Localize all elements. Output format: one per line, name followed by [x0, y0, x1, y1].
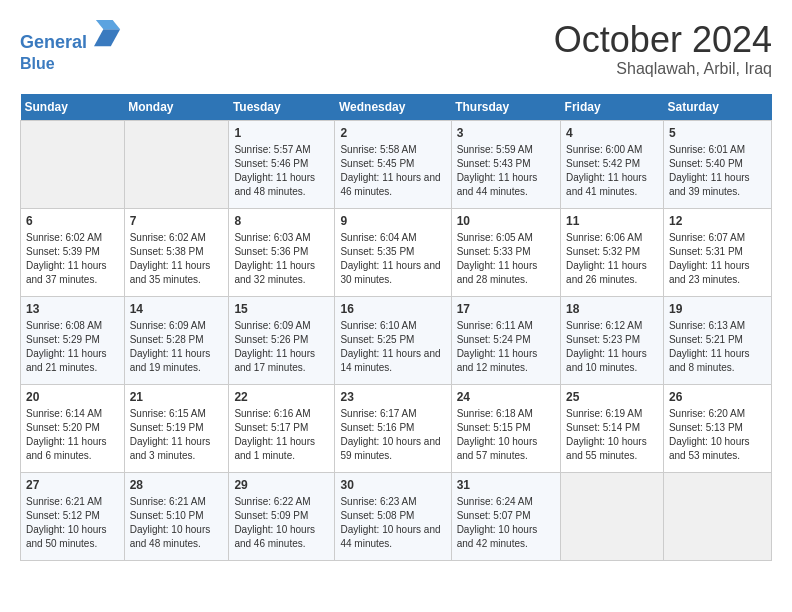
day-info: Sunrise: 6:17 AM Sunset: 5:16 PM Dayligh… [340, 407, 445, 463]
page-header: General Blue October 2024 Shaqlawah, Arb… [20, 20, 772, 78]
day-number: 1 [234, 125, 329, 142]
day-number: 22 [234, 389, 329, 406]
day-info: Sunrise: 6:23 AM Sunset: 5:08 PM Dayligh… [340, 495, 445, 551]
day-info: Sunrise: 5:57 AM Sunset: 5:46 PM Dayligh… [234, 143, 329, 199]
day-info: Sunrise: 6:24 AM Sunset: 5:07 PM Dayligh… [457, 495, 555, 551]
logo: General Blue [20, 20, 122, 73]
weekday-header: Saturday [663, 94, 771, 121]
day-info: Sunrise: 6:06 AM Sunset: 5:32 PM Dayligh… [566, 231, 658, 287]
logo-text-blue: Blue [20, 54, 122, 73]
day-info: Sunrise: 5:59 AM Sunset: 5:43 PM Dayligh… [457, 143, 555, 199]
day-info: Sunrise: 6:20 AM Sunset: 5:13 PM Dayligh… [669, 407, 766, 463]
location: Shaqlawah, Arbil, Iraq [554, 60, 772, 78]
calendar-cell: 27Sunrise: 6:21 AM Sunset: 5:12 PM Dayli… [21, 472, 125, 560]
day-info: Sunrise: 6:22 AM Sunset: 5:09 PM Dayligh… [234, 495, 329, 551]
calendar-cell [124, 120, 229, 208]
day-number: 23 [340, 389, 445, 406]
day-number: 11 [566, 213, 658, 230]
weekday-header: Thursday [451, 94, 560, 121]
calendar-cell [561, 472, 664, 560]
day-info: Sunrise: 6:15 AM Sunset: 5:19 PM Dayligh… [130, 407, 224, 463]
day-info: Sunrise: 6:08 AM Sunset: 5:29 PM Dayligh… [26, 319, 119, 375]
calendar-cell [21, 120, 125, 208]
day-number: 15 [234, 301, 329, 318]
weekday-header-row: SundayMondayTuesdayWednesdayThursdayFrid… [21, 94, 772, 121]
day-number: 21 [130, 389, 224, 406]
calendar-cell: 28Sunrise: 6:21 AM Sunset: 5:10 PM Dayli… [124, 472, 229, 560]
calendar-cell: 12Sunrise: 6:07 AM Sunset: 5:31 PM Dayli… [663, 208, 771, 296]
calendar-week-row: 27Sunrise: 6:21 AM Sunset: 5:12 PM Dayli… [21, 472, 772, 560]
day-number: 14 [130, 301, 224, 318]
day-number: 3 [457, 125, 555, 142]
calendar-cell: 11Sunrise: 6:06 AM Sunset: 5:32 PM Dayli… [561, 208, 664, 296]
title-block: October 2024 Shaqlawah, Arbil, Iraq [554, 20, 772, 78]
day-number: 27 [26, 477, 119, 494]
calendar-week-row: 6Sunrise: 6:02 AM Sunset: 5:39 PM Daylig… [21, 208, 772, 296]
day-number: 2 [340, 125, 445, 142]
day-number: 13 [26, 301, 119, 318]
logo-icon [94, 20, 122, 48]
svg-marker-0 [94, 29, 120, 46]
day-number: 18 [566, 301, 658, 318]
day-number: 30 [340, 477, 445, 494]
day-info: Sunrise: 6:14 AM Sunset: 5:20 PM Dayligh… [26, 407, 119, 463]
day-info: Sunrise: 6:05 AM Sunset: 5:33 PM Dayligh… [457, 231, 555, 287]
calendar-cell: 23Sunrise: 6:17 AM Sunset: 5:16 PM Dayli… [335, 384, 451, 472]
calendar-table: SundayMondayTuesdayWednesdayThursdayFrid… [20, 94, 772, 561]
day-number: 8 [234, 213, 329, 230]
day-info: Sunrise: 6:21 AM Sunset: 5:10 PM Dayligh… [130, 495, 224, 551]
calendar-cell: 8Sunrise: 6:03 AM Sunset: 5:36 PM Daylig… [229, 208, 335, 296]
day-number: 16 [340, 301, 445, 318]
day-info: Sunrise: 5:58 AM Sunset: 5:45 PM Dayligh… [340, 143, 445, 199]
calendar-cell: 29Sunrise: 6:22 AM Sunset: 5:09 PM Dayli… [229, 472, 335, 560]
weekday-header: Sunday [21, 94, 125, 121]
calendar-week-row: 13Sunrise: 6:08 AM Sunset: 5:29 PM Dayli… [21, 296, 772, 384]
calendar-cell: 17Sunrise: 6:11 AM Sunset: 5:24 PM Dayli… [451, 296, 560, 384]
weekday-header: Friday [561, 94, 664, 121]
day-info: Sunrise: 6:11 AM Sunset: 5:24 PM Dayligh… [457, 319, 555, 375]
day-number: 6 [26, 213, 119, 230]
calendar-cell: 21Sunrise: 6:15 AM Sunset: 5:19 PM Dayli… [124, 384, 229, 472]
calendar-cell: 22Sunrise: 6:16 AM Sunset: 5:17 PM Dayli… [229, 384, 335, 472]
month-title: October 2024 [554, 20, 772, 60]
day-info: Sunrise: 6:12 AM Sunset: 5:23 PM Dayligh… [566, 319, 658, 375]
day-number: 12 [669, 213, 766, 230]
day-info: Sunrise: 6:19 AM Sunset: 5:14 PM Dayligh… [566, 407, 658, 463]
calendar-cell: 16Sunrise: 6:10 AM Sunset: 5:25 PM Dayli… [335, 296, 451, 384]
day-info: Sunrise: 6:02 AM Sunset: 5:38 PM Dayligh… [130, 231, 224, 287]
weekday-header: Monday [124, 94, 229, 121]
day-number: 9 [340, 213, 445, 230]
calendar-cell: 6Sunrise: 6:02 AM Sunset: 5:39 PM Daylig… [21, 208, 125, 296]
day-info: Sunrise: 6:09 AM Sunset: 5:28 PM Dayligh… [130, 319, 224, 375]
calendar-cell: 13Sunrise: 6:08 AM Sunset: 5:29 PM Dayli… [21, 296, 125, 384]
calendar-cell [663, 472, 771, 560]
day-number: 7 [130, 213, 224, 230]
day-number: 25 [566, 389, 658, 406]
calendar-cell: 1Sunrise: 5:57 AM Sunset: 5:46 PM Daylig… [229, 120, 335, 208]
day-number: 10 [457, 213, 555, 230]
calendar-cell: 31Sunrise: 6:24 AM Sunset: 5:07 PM Dayli… [451, 472, 560, 560]
calendar-cell: 26Sunrise: 6:20 AM Sunset: 5:13 PM Dayli… [663, 384, 771, 472]
calendar-cell: 7Sunrise: 6:02 AM Sunset: 5:38 PM Daylig… [124, 208, 229, 296]
calendar-cell: 9Sunrise: 6:04 AM Sunset: 5:35 PM Daylig… [335, 208, 451, 296]
day-info: Sunrise: 6:21 AM Sunset: 5:12 PM Dayligh… [26, 495, 119, 551]
day-number: 19 [669, 301, 766, 318]
calendar-cell: 4Sunrise: 6:00 AM Sunset: 5:42 PM Daylig… [561, 120, 664, 208]
day-info: Sunrise: 6:04 AM Sunset: 5:35 PM Dayligh… [340, 231, 445, 287]
day-number: 17 [457, 301, 555, 318]
calendar-cell: 24Sunrise: 6:18 AM Sunset: 5:15 PM Dayli… [451, 384, 560, 472]
day-number: 5 [669, 125, 766, 142]
calendar-cell: 25Sunrise: 6:19 AM Sunset: 5:14 PM Dayli… [561, 384, 664, 472]
calendar-week-row: 20Sunrise: 6:14 AM Sunset: 5:20 PM Dayli… [21, 384, 772, 472]
day-info: Sunrise: 6:00 AM Sunset: 5:42 PM Dayligh… [566, 143, 658, 199]
day-info: Sunrise: 6:18 AM Sunset: 5:15 PM Dayligh… [457, 407, 555, 463]
calendar-cell: 15Sunrise: 6:09 AM Sunset: 5:26 PM Dayli… [229, 296, 335, 384]
svg-marker-1 [96, 20, 120, 29]
calendar-cell: 30Sunrise: 6:23 AM Sunset: 5:08 PM Dayli… [335, 472, 451, 560]
calendar-cell: 3Sunrise: 5:59 AM Sunset: 5:43 PM Daylig… [451, 120, 560, 208]
day-number: 4 [566, 125, 658, 142]
calendar-cell: 5Sunrise: 6:01 AM Sunset: 5:40 PM Daylig… [663, 120, 771, 208]
calendar-cell: 14Sunrise: 6:09 AM Sunset: 5:28 PM Dayli… [124, 296, 229, 384]
day-number: 31 [457, 477, 555, 494]
day-info: Sunrise: 6:09 AM Sunset: 5:26 PM Dayligh… [234, 319, 329, 375]
